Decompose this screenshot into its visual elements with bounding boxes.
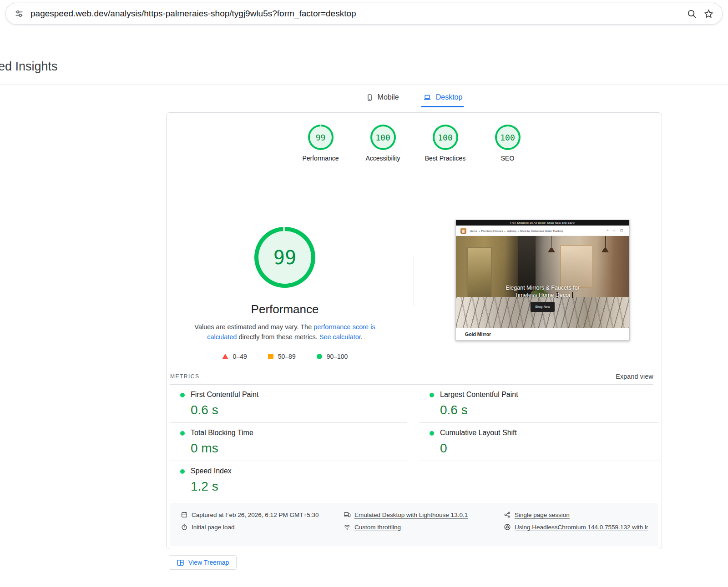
tab-desktop-label: Desktop [436, 93, 463, 101]
browser-toolbar: pagespeed.web.dev/analysis/https-palmera… [0, 0, 728, 28]
metric-name: Speed Index [191, 467, 232, 475]
metrics-grid: First Contentful Paint 0.6 s Total Block… [170, 385, 659, 499]
url-bar[interactable]: pagespeed.web.dev/analysis/https-palmera… [5, 3, 723, 25]
thumb-hero-text: Elegant Mirrors & Faucets for Timeless H… [456, 284, 629, 312]
bookmark-star-icon[interactable] [703, 9, 714, 19]
thumb-nav-bar: Home ⌄ Plumbing Fixtures ⌄ Lighting ⌄ Sh… [456, 226, 629, 236]
header-divider [0, 85, 728, 85]
performance-summary: 99 Performance Values are estimated and … [167, 173, 414, 360]
session-graph-icon [504, 511, 511, 518]
metric-name: Total Blocking Time [191, 429, 253, 437]
page-thumbnail[interactable]: Free Shipping on All Items! Shop Now and… [455, 220, 630, 341]
form-factor-tabs: Mobile Desktop [166, 89, 662, 107]
thumb-promo-banner: Free Shipping on All Items! Shop Now and… [456, 220, 629, 226]
devices-icon [344, 511, 351, 518]
shop-logo-icon [460, 228, 466, 234]
expand-view-button[interactable]: Expand view [616, 373, 653, 380]
performance-category-label: Performance [302, 155, 339, 162]
metric-largest-contentful-paint: Largest Contentful Paint 0.6 s [419, 385, 659, 423]
seo-score: 100 [495, 125, 521, 150]
tab-desktop[interactable]: Desktop [421, 89, 464, 107]
stopwatch-icon [181, 523, 188, 531]
performance-score: 99 [308, 125, 334, 150]
legend-pass-label: 90–100 [327, 353, 348, 360]
score-legend: 0–49 50–89 90–100 [222, 353, 348, 360]
metric-pass-dot-icon [430, 393, 434, 397]
treemap-icon [177, 559, 184, 567]
view-treemap-label: View Treemap [188, 559, 229, 566]
search-icon[interactable] [687, 9, 697, 19]
tab-mobile[interactable]: Mobile [364, 89, 400, 107]
tab-mobile-label: Mobile [378, 93, 399, 101]
capture-col-1: Captured at Feb 26, 2026, 6:12 PM GMT+5:… [181, 511, 344, 546]
view-treemap-button[interactable]: View Treemap [169, 555, 237, 570]
score-disclaimer: Values are estimated and may vary. The p… [191, 322, 379, 342]
metric-value: 0.6 s [440, 403, 518, 417]
laptop-icon [423, 94, 432, 101]
single-page-session: Single page session [504, 511, 651, 519]
page-title: ed Insights [0, 60, 58, 74]
disclaimer-text-2: directly from these metrics. [237, 333, 319, 341]
metrics-title: METRICS [170, 373, 200, 380]
capture-col-3: Single page session Using HeadlessChromi… [504, 511, 651, 546]
captured-at: Captured at Feb 26, 2026, 6:12 PM GMT+5:… [181, 511, 344, 519]
average-square-icon [268, 354, 273, 359]
category-scores-row: 99 Performance 100 Accessibility 100 Bes… [167, 113, 662, 173]
category-performance[interactable]: 99 Performance [293, 125, 348, 173]
performance-main-score: 99 [254, 227, 315, 288]
metric-pass-dot-icon [430, 431, 434, 436]
captured-at-text: Captured at Feb 26, 2026, 6:12 PM GMT+5:… [192, 511, 319, 519]
best-practices-gauge: 100 [433, 125, 458, 150]
report-card: 99 Performance 100 Accessibility 100 Bes… [166, 112, 662, 549]
legend-average-label: 50–89 [278, 353, 296, 360]
accessibility-category-label: Accessibility [365, 155, 400, 162]
see-calculator-link[interactable]: See calculator [319, 333, 361, 341]
performance-gauge: 99 [308, 125, 334, 150]
thumb-nav-icons: ⌕ ○ ▢ [607, 228, 625, 233]
custom-throttling: Custom throttling [344, 523, 504, 532]
custom-throttling-text: Custom throttling [354, 523, 401, 532]
best-practices-category-label: Best Practices [425, 155, 465, 162]
single-page-session-text: Single page session [515, 511, 570, 519]
initial-page-load: Initial page load [181, 523, 344, 532]
category-seo[interactable]: 100 SEO [480, 125, 535, 173]
metric-value: 1.2 s [191, 479, 232, 494]
hero-line-1: Elegant Mirrors & Faucets for [456, 284, 629, 291]
metric-pass-dot-icon [180, 469, 185, 474]
seo-category-label: SEO [501, 155, 515, 162]
performance-main-gauge: 99 [254, 227, 315, 288]
accessibility-gauge: 100 [370, 125, 396, 150]
hero-line-2: Timeless Home Decor [456, 291, 629, 299]
initial-page-load-text: Initial page load [192, 523, 235, 532]
disclaimer-text-1: Values are estimated and may vary. The [194, 323, 313, 331]
metric-first-contentful-paint: First Contentful Paint 0.6 s [170, 385, 407, 423]
metric-name: First Contentful Paint [191, 391, 258, 399]
best-practices-score: 100 [433, 125, 458, 150]
legend-average: 50–89 [268, 353, 296, 360]
metric-pass-dot-icon [180, 431, 185, 436]
category-accessibility[interactable]: 100 Accessibility [356, 125, 410, 173]
metric-value: 0.6 s [191, 403, 258, 417]
thumb-hero-image: Elegant Mirrors & Faucets for Timeless H… [456, 236, 629, 328]
thumb-shop-now-button: Shop Now [531, 302, 554, 312]
thumb-nav-links: Home ⌄ Plumbing Fixtures ⌄ Lighting ⌄ Sh… [470, 229, 563, 232]
disclaimer-text-3: . [361, 333, 363, 341]
chromium-version: Using HeadlessChromium 144.0.7559.132 wi… [504, 523, 651, 532]
seo-gauge: 100 [495, 125, 521, 150]
performance-heading: Performance [251, 302, 319, 316]
url-text[interactable]: pagespeed.web.dev/analysis/https-palmera… [30, 9, 680, 19]
metric-total-blocking-time: Total Blocking Time 0 ms [170, 423, 407, 461]
metrics-column-left: First Contentful Paint 0.6 s Total Block… [170, 385, 407, 499]
calendar-icon [181, 511, 188, 518]
category-best-practices[interactable]: 100 Best Practices [418, 125, 473, 173]
metric-pass-dot-icon [180, 393, 185, 397]
chromium-version-text: Using HeadlessChromium 144.0.7559.132 wi… [515, 523, 648, 532]
fail-triangle-icon [222, 354, 228, 359]
metric-name: Largest Contentful Paint [440, 391, 518, 399]
wifi-icon [344, 523, 351, 531]
tune-icon[interactable] [14, 9, 24, 19]
phone-icon [366, 94, 374, 101]
legend-fail-label: 0–49 [233, 353, 247, 360]
pass-circle-icon [317, 354, 322, 359]
accessibility-score: 100 [370, 125, 396, 150]
